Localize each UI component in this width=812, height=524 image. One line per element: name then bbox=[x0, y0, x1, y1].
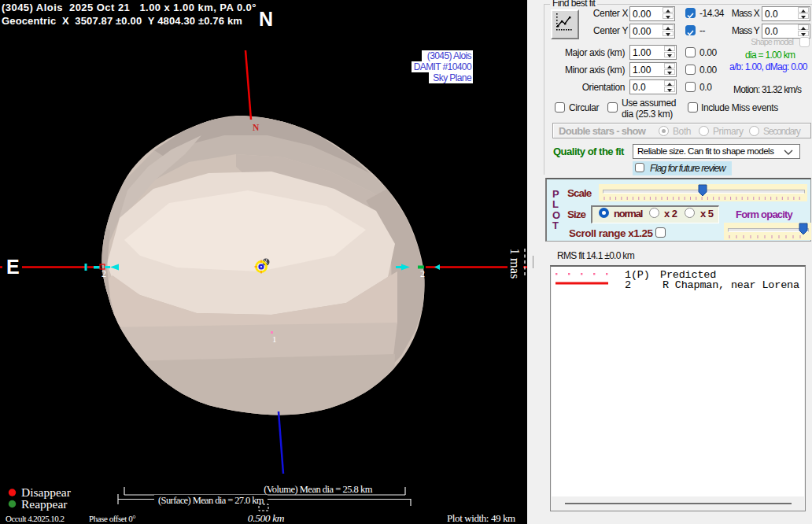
svg-text:(3045) Alois: (3045) Alois bbox=[427, 50, 472, 61]
svg-text:(3045) Alois 2025 Oct 21 1.: (3045) Alois 2025 Oct 21 1.00 x 1.00 km,… bbox=[2, 2, 257, 13]
svg-text:Geocentric X 3507.87 ±0.00: Geocentric X 3507.87 ±0.00 Y 4804.30 ±0.… bbox=[2, 15, 242, 27]
svg-text:2: 2 bbox=[102, 268, 106, 279]
svg-text:2: 2 bbox=[420, 268, 425, 279]
svg-text:Sky Plane: Sky Plane bbox=[433, 72, 472, 83]
svg-text:1: 1 bbox=[272, 334, 277, 344]
svg-text:Occult 4.2025.10.2: Occult 4.2025.10.2 bbox=[6, 514, 64, 523]
svg-text:0.500 km: 0.500 km bbox=[248, 512, 285, 524]
svg-text:(Surface) Mean dia = 27.0 km: (Surface) Mean dia = 27.0 km bbox=[158, 495, 264, 506]
svg-text:2: 2 bbox=[625, 279, 631, 291]
svg-text:Plot width: 49 km: Plot width: 49 km bbox=[447, 512, 515, 524]
svg-text:E: E bbox=[6, 256, 20, 278]
svg-text:(Volume) Mean dia = 25.8 km: (Volume) Mean dia = 25.8 km bbox=[264, 484, 373, 495]
svg-text:Reappear: Reappear bbox=[21, 497, 68, 511]
svg-text:R Chapman, near Lorena: R Chapman, near Lorena bbox=[663, 279, 799, 291]
svg-text:DAMIT #10400: DAMIT #10400 bbox=[414, 61, 472, 72]
svg-text:Phase offset 0°: Phase offset 0° bbox=[89, 514, 135, 523]
svg-text:N: N bbox=[259, 8, 273, 30]
svg-text:N: N bbox=[253, 123, 260, 132]
svg-text:1 mas: 1 mas bbox=[507, 249, 522, 279]
